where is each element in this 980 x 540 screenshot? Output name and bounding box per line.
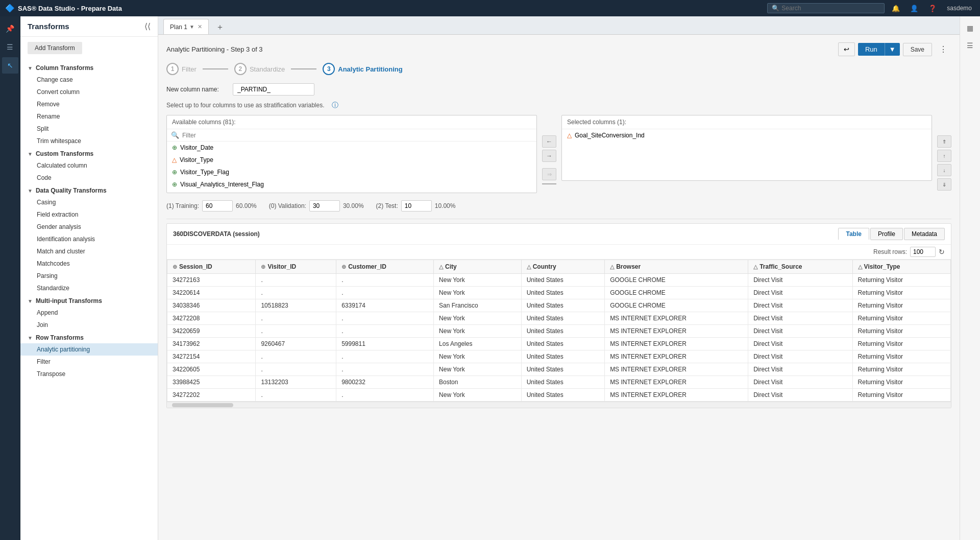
- tree-item-filter[interactable]: Filter: [20, 356, 158, 368]
- available-filter-input[interactable]: [182, 132, 532, 139]
- sort-top-btn[interactable]: ⇑: [937, 135, 951, 148]
- tree-item-join[interactable]: Join: [20, 319, 158, 331]
- col-item-visitor-date[interactable]: ⊕ Visitor_Date: [167, 142, 536, 154]
- table-cell: New York: [434, 350, 522, 363]
- data-area-title: 360DISCOVERDATA (session): [173, 230, 260, 238]
- col-header-browser[interactable]: △Browser: [605, 260, 748, 274]
- run-dropdown-button[interactable]: ▼: [885, 43, 900, 56]
- tree-item-split[interactable]: Split: [20, 123, 158, 135]
- refresh-icon[interactable]: ↻: [939, 248, 945, 256]
- transfer-right-btn[interactable]: →: [542, 150, 556, 162]
- test-input[interactable]: [401, 200, 432, 212]
- tree-item-convert-column[interactable]: Convert column: [20, 86, 158, 98]
- tree-item-parsing[interactable]: Parsing: [20, 270, 158, 282]
- tree-item-standardize[interactable]: Standardize: [20, 282, 158, 294]
- save-button[interactable]: Save: [903, 43, 932, 56]
- group-custom-transforms[interactable]: ▼ Custom Transforms: [20, 147, 158, 159]
- tab-metadata[interactable]: Metadata: [904, 228, 945, 240]
- sort-up-btn[interactable]: ↑: [937, 150, 951, 162]
- col-header-traffic-source[interactable]: △Traffic_Source: [748, 260, 852, 274]
- table-cell: Returning Visitor: [852, 325, 950, 338]
- plan-tab-dropdown[interactable]: ▼: [189, 24, 194, 30]
- sort-down-btn[interactable]: ↓: [937, 164, 951, 176]
- table-cell: MS INTERNET EXPLORER: [605, 325, 748, 338]
- col-header-visitor-id[interactable]: ⊕Visitor_ID: [256, 260, 336, 274]
- tree-item-rename[interactable]: Rename: [20, 110, 158, 123]
- tree-item-identification-analysis[interactable]: Identification analysis: [20, 233, 158, 245]
- tree-item-append[interactable]: Append: [20, 307, 158, 319]
- sidebar-title: Transforms: [28, 22, 69, 31]
- table-cell: New York: [434, 363, 522, 376]
- sidebar-collapse-btn[interactable]: ⟨⟨: [144, 21, 151, 31]
- tree-item-calculated-column[interactable]: Calculated column: [20, 159, 158, 172]
- cursor-icon[interactable]: ↖: [2, 57, 18, 74]
- table-row: 34272154..New YorkUnited StatesMS INTERN…: [167, 350, 951, 363]
- tab-profile[interactable]: Profile: [870, 228, 903, 240]
- account-icon[interactable]: 👤: [907, 1, 921, 15]
- wizard-step-3[interactable]: 3 Analytic Partitioning: [323, 63, 402, 75]
- column-name-input[interactable]: [233, 83, 314, 96]
- info-icon[interactable]: ⓘ: [332, 101, 338, 110]
- table-cell: Direct Visit: [748, 325, 852, 338]
- group-column-transforms[interactable]: ▼ Column Transforms: [20, 61, 158, 74]
- back-button[interactable]: ↩: [838, 42, 855, 56]
- col-header-visitor-type[interactable]: △Visitor_Type: [852, 260, 950, 274]
- wizard-step-1[interactable]: 1 Filter: [166, 63, 197, 75]
- tab-table[interactable]: Table: [838, 228, 869, 240]
- tree-item-analytic-partitioning[interactable]: Analytic partitioning: [20, 343, 158, 356]
- training-input[interactable]: [202, 200, 233, 212]
- tree-item-trim-whitespace[interactable]: Trim whitespace: [20, 135, 158, 147]
- table-cell: Direct Visit: [748, 338, 852, 350]
- col-item-visitor-type[interactable]: △ Visitor_Type: [167, 154, 536, 166]
- tree-item-transpose[interactable]: Transpose: [20, 368, 158, 380]
- group-multi-input-transforms[interactable]: ▼ Multi-input Transforms: [20, 294, 158, 307]
- table-cell: .: [256, 312, 336, 325]
- tree-item-remove[interactable]: Remove: [20, 98, 158, 110]
- col-item-visitor-type-flag[interactable]: ⊕ Visitor_Type_Flag: [167, 166, 536, 178]
- search-box: 🔍: [767, 3, 885, 13]
- group-row-transforms[interactable]: ▼ Row Transforms: [20, 331, 158, 343]
- tree-item-casing[interactable]: Casing: [20, 196, 158, 208]
- more-options-button[interactable]: ⋮: [935, 42, 951, 57]
- add-tab-button[interactable]: ＋: [212, 20, 228, 34]
- plan-tab[interactable]: Plan 1 ▼ ✕: [163, 19, 209, 34]
- help-icon[interactable]: ❓: [925, 1, 940, 15]
- tree-item-matchcodes[interactable]: Matchcodes: [20, 257, 158, 270]
- table-cell: MS INTERNET EXPLORER: [605, 389, 748, 402]
- col-header-session-id[interactable]: ⊕Session_ID: [167, 260, 256, 274]
- tree-item-gender-analysis[interactable]: Gender analysis: [20, 221, 158, 233]
- table-scroll-bar[interactable]: [167, 402, 951, 408]
- col-header-city[interactable]: △City: [434, 260, 522, 274]
- result-rows-input[interactable]: [910, 247, 936, 257]
- transfer-left-btn[interactable]: ←: [542, 135, 556, 148]
- validation-input[interactable]: [309, 200, 340, 212]
- wizard-step-2[interactable]: 2 Standardize: [234, 63, 285, 75]
- tree-item-code[interactable]: Code: [20, 172, 158, 184]
- selected-goal-site[interactable]: △ Goal_SiteConversion_Ind: [562, 129, 932, 142]
- col-header-customer-id[interactable]: ⊕Customer_ID: [336, 260, 434, 274]
- user-label[interactable]: sasdemo: [944, 5, 975, 12]
- table-cell: 34272202: [167, 389, 256, 402]
- tree-item-match-and-cluster[interactable]: Match and cluster: [20, 245, 158, 257]
- properties-panel-icon[interactable]: ▦: [963, 20, 978, 36]
- sort-bottom-btn[interactable]: ⇓: [937, 178, 951, 191]
- nav-icon[interactable]: ☰: [2, 39, 18, 55]
- step-label-1: Filter: [182, 65, 197, 73]
- pin-icon[interactable]: 📌: [2, 20, 18, 37]
- test-group: (2) Test: 10.00%: [376, 200, 456, 212]
- col-item-visual-analytics[interactable]: ⊕ Visual_Analytics_Interest_Flag: [167, 178, 536, 191]
- add-transform-button[interactable]: Add Transform: [28, 42, 82, 54]
- step-circle-3: 3: [323, 63, 335, 75]
- run-button[interactable]: Run: [858, 43, 885, 56]
- tree-item-change-case[interactable]: Change case: [20, 74, 158, 86]
- transfer-buttons: ← → ⇒: [542, 115, 556, 185]
- notification-icon[interactable]: 🔔: [889, 1, 903, 15]
- plan-tab-close[interactable]: ✕: [198, 24, 202, 30]
- tree-item-field-extraction[interactable]: Field extraction: [20, 208, 158, 221]
- search-input[interactable]: [781, 5, 868, 12]
- group-data-quality-transforms[interactable]: ▼ Data Quality Transforms: [20, 184, 158, 196]
- table-cell: Returning Visitor: [852, 312, 950, 325]
- columns-icon[interactable]: ☰: [963, 38, 978, 53]
- transfer-all-right-btn[interactable]: ⇒: [542, 168, 556, 180]
- col-header-country[interactable]: △Country: [521, 260, 604, 274]
